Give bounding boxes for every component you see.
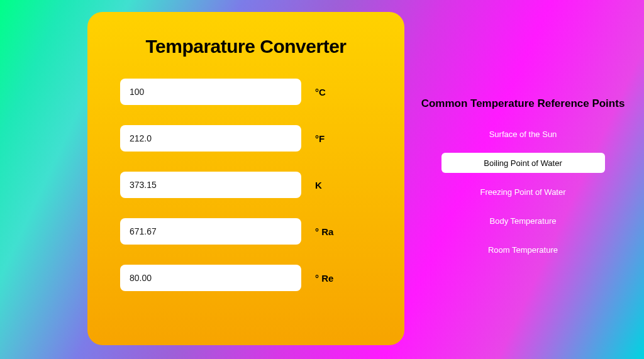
reference-panel: Common Temperature Reference Points Surf… — [402, 0, 644, 359]
reaumur-input[interactable] — [120, 265, 301, 291]
unit-rankine: ° Ra — [315, 226, 333, 237]
ref-body-temp[interactable]: Body Temperature — [441, 211, 605, 231]
converter-title: Temparature Converter — [145, 36, 346, 57]
input-row-rankine: ° Ra — [120, 218, 372, 245]
celsius-input[interactable] — [120, 79, 301, 105]
unit-celsius: °C — [315, 87, 326, 97]
ref-freezing-water[interactable]: Freezing Point of Water — [441, 182, 605, 202]
input-row-reaumur: ° Re — [120, 265, 372, 291]
ref-surface-sun[interactable]: Surface of the Sun — [441, 124, 605, 144]
input-row-kelvin: K — [120, 172, 372, 198]
unit-reaumur: ° Re — [315, 273, 333, 284]
unit-kelvin: K — [315, 180, 322, 191]
ref-room-temp[interactable]: Room Temperature — [441, 240, 605, 260]
input-row-fahrenheit: °F — [120, 125, 372, 152]
ref-boiling-water[interactable]: Boiling Point of Water — [441, 153, 605, 173]
reference-title: Common Temperature Reference Points — [421, 97, 625, 110]
main-container: Temparature Converter °C °F K ° Ra ° Re … — [0, 0, 644, 359]
input-row-celsius: °C — [120, 79, 372, 105]
fahrenheit-input[interactable] — [120, 125, 301, 152]
kelvin-input[interactable] — [120, 172, 301, 198]
rankine-input[interactable] — [120, 218, 301, 245]
unit-fahrenheit: °F — [315, 133, 325, 144]
converter-card: Temparature Converter °C °F K ° Ra ° Re — [87, 12, 404, 345]
